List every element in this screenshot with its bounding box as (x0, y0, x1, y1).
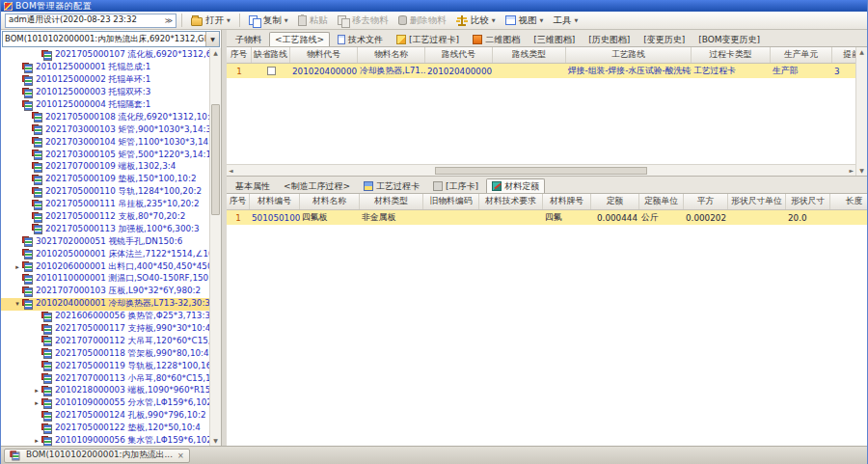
delete-material-button[interactable]: 删除物料 (394, 14, 450, 28)
scroll-down-icon[interactable]: ▼ (856, 166, 867, 176)
material-table-column-header[interactable]: 形状尺寸单位 (728, 194, 786, 209)
material-table-column-header[interactable]: 定额 (591, 194, 639, 209)
scrollbar-thumb[interactable] (435, 167, 647, 175)
tree-item[interactable]: 2010125000004 托辊隔套:1 (1, 99, 209, 112)
scrollbar-thumb[interactable] (211, 104, 220, 215)
tree-vertical-scrollbar[interactable]: ▲ ▼ (209, 48, 221, 446)
tree-item[interactable]: 2021707000113 小吊耳,80*60*C15,10:2 (1, 372, 209, 385)
material-table-column-header[interactable]: 材料技术要求 (479, 194, 543, 209)
close-icon[interactable]: × (177, 451, 184, 460)
tree-item[interactable]: 2021705000119 导轨板,1228*100,16:2 (1, 360, 209, 372)
tree-item[interactable]: 2021705000108 流化段,6920*1312,10:1 (1, 111, 209, 123)
tree-item[interactable]: 2021705000109 垫板,150*100,10:2 (1, 174, 209, 186)
tree-item[interactable]: 2021703000104 矩管,1100*1030*3,14:2 (1, 136, 209, 149)
tree-item[interactable]: 2021705000118 管架板,990*80,10:4 (1, 347, 209, 360)
collapsed-arrow-icon[interactable]: ▸ (13, 261, 22, 273)
tab-3d-drawings[interactable]: [三维图档] (528, 32, 581, 46)
material-table-column-header[interactable]: 长度 (830, 194, 867, 209)
route-table-column-header[interactable]: 过程卡类型 (692, 47, 771, 63)
tree-item[interactable]: 2021705000124 孔板,990*796,10:2 (1, 410, 209, 423)
tree-item[interactable]: 2021705000112 支板,80*70,20:2 (1, 211, 209, 224)
combo-dropdown-button[interactable]: ▼ (205, 32, 219, 46)
tree-item[interactable]: ▾2010204000001 冷却换热器,L713-32,30:3 (1, 298, 209, 311)
tree-item[interactable]: 2021707000112 大吊耳,120*60*C15,10:2 (1, 335, 209, 347)
bom-selector-combobox[interactable]: BOM(1010102000001:内加热流出床,6920*1312,GLWN9… (2, 31, 220, 47)
scroll-down-icon[interactable]: ▼ (210, 436, 221, 446)
collapsed-arrow-icon[interactable]: ▸ (32, 397, 41, 409)
tab-tech-files[interactable]: 技术文件 (332, 32, 389, 46)
scroll-up-icon[interactable]: ▲ (856, 47, 867, 57)
tree-item[interactable]: 2021703000105 矩管,500*1220*3,14:1 (1, 149, 209, 161)
material-table-column-header[interactable]: 平方 (684, 194, 728, 209)
tools-button[interactable]: 工具 ▼ (549, 14, 582, 28)
scroll-left-icon[interactable]: ◄ (229, 167, 233, 174)
open-button[interactable]: 打开 ▼ (187, 14, 234, 28)
scroll-up-icon[interactable]: ▲ (210, 48, 221, 58)
paste-button[interactable]: 粘贴 (294, 14, 332, 28)
tree-item[interactable]: 2021705000113 加强板,100*6,300:3 (1, 223, 209, 235)
tree-item[interactable]: ▸2010109000056 集水管,LΦ159*6,1020:1 (1, 435, 209, 446)
route-table-column-header[interactable]: 路线类型 (493, 47, 566, 63)
tree-item[interactable]: 2021705000117 支持板,990*30*10:4 (1, 323, 209, 336)
route-table-column-header[interactable]: 路线代号 (425, 47, 493, 63)
tab-process-card-lower[interactable]: 工艺过程卡 (358, 178, 425, 193)
tree-item[interactable]: 2010110000001 测温口,SO40-150RF,150:4 (1, 273, 209, 286)
route-table-column-header[interactable]: 缺省路线 (252, 47, 290, 63)
material-table-column-header[interactable]: 材料名称 (300, 194, 360, 209)
route-horizontal-scrollbar[interactable]: ◄ ► (227, 164, 855, 176)
tab-basic-props[interactable]: 基本属性 (230, 178, 276, 193)
material-table-column-header[interactable]: 定额单位 (639, 194, 684, 209)
route-table-column-header[interactable]: 序号 (227, 47, 252, 63)
route-table-column-header[interactable]: 物料代号 (290, 47, 358, 63)
tree-item[interactable]: 2021606000056 换热管,Φ25*3,713:32 (1, 311, 209, 323)
material-table-row[interactable]: 1501050100...四氟板非金属板四氟0.000444公斤0.000202… (227, 210, 867, 225)
tree-item[interactable]: 2021703000103 矩管,900*1030*3,14:3 (1, 123, 209, 136)
open-document-tab[interactable]: BOM(1010102000001:内加热流出... × (4, 449, 190, 463)
collapsed-arrow-icon[interactable]: ▸ (32, 435, 41, 446)
tree-item[interactable]: 3021702000051 视镜手孔,DN150:6 (1, 235, 209, 248)
tree-item[interactable]: 2010125000002 托辊单环:1 (1, 74, 209, 87)
tree-item[interactable]: 2010205000001 床体法兰,7122*1514,∠100:1 (1, 248, 209, 260)
route-table-column-header[interactable]: 生产单元 (771, 47, 832, 63)
tab-mfg-process[interactable]: <制造工序过程> (278, 178, 356, 193)
tree-item[interactable]: 2021707000109 端板,1302,3:4 (1, 161, 209, 174)
material-table-column-header[interactable]: 旧物料编码 (423, 194, 479, 209)
tree-item[interactable]: 2021705000110 导轨,1284*100,20:2 (1, 186, 209, 199)
tree-item[interactable]: 2021705000122 垫板,120*50,10:4 (1, 423, 209, 435)
route-table-row[interactable]: 12010204000001冷却换热器,L71...201020400000..… (227, 64, 855, 78)
tab-2d-drawings[interactable]: 二维图档 (467, 32, 526, 46)
route-table-column-header[interactable]: 物料名称 (358, 47, 425, 63)
material-table-column-header[interactable]: 序号 (227, 194, 250, 209)
tab-change-history[interactable]: [变更历史] (637, 32, 691, 46)
scroll-right-icon[interactable]: ► (849, 167, 854, 174)
tab-process-card[interactable]: [工艺过程卡] (391, 32, 465, 46)
session-selector[interactable]: adm通用设计(2020-08-23 23:32 ≫ (5, 14, 176, 28)
expanded-arrow-icon[interactable]: ▾ (13, 298, 22, 310)
compare-button[interactable]: 比较 ▼ (452, 14, 500, 28)
route-vertical-scrollbar[interactable]: ▲ ▼ (855, 47, 867, 176)
material-table-column-header[interactable]: 材料牌号 (543, 194, 591, 209)
tree-item[interactable]: ▸2010109000055 分水管,LΦ159*6,1020:1 (1, 397, 209, 410)
tree-item[interactable]: 2021707000103 压板,L90*32*6Y,980:2 (1, 286, 209, 298)
material-table-column-header[interactable]: 形状尺寸 (786, 194, 830, 209)
tree-item[interactable]: 2021705000111 吊挂板,235*10,20:2 (1, 199, 209, 211)
copy-button[interactable]: 复制 ▼ (245, 14, 292, 28)
tree-item[interactable]: 2021705000107 流化板,6920*1312,6:1 (1, 49, 209, 62)
remove-material-button[interactable]: 移去物料 (334, 14, 393, 28)
tab-sub-materials[interactable]: 子物料 (230, 32, 267, 46)
route-table-column-header[interactable]: 提前期 (832, 47, 855, 63)
tree-item[interactable]: 2010125000001 托辊总成:1 (1, 62, 209, 74)
material-table-column-header[interactable]: 材料类型 (360, 194, 423, 209)
collapsed-arrow-icon[interactable]: ▸ (32, 385, 41, 396)
route-table-column-header[interactable]: 工艺路线 (566, 47, 692, 63)
tab-operation-card[interactable]: [工序卡] (427, 178, 484, 193)
tab-bom-change-history[interactable]: [BOM变更历史] (692, 32, 766, 46)
default-route-checkbox[interactable] (267, 67, 276, 75)
tree-item[interactable]: ▸2010218000003 端板,1090*960*R15,12:1 (1, 385, 209, 397)
tab-history-drawings[interactable]: [历史图档] (583, 32, 636, 46)
material-table-column-header[interactable]: 材料编号 (250, 194, 300, 209)
view-button[interactable]: 视图 ▼ (502, 14, 548, 28)
tree-item[interactable]: 2010125000003 托辊双环:3 (1, 87, 209, 99)
tab-material-quota[interactable]: 材料定额 (486, 178, 545, 193)
tree-item[interactable]: ▸2010206000001 出料口,400*450,450*450:1 (1, 260, 209, 273)
